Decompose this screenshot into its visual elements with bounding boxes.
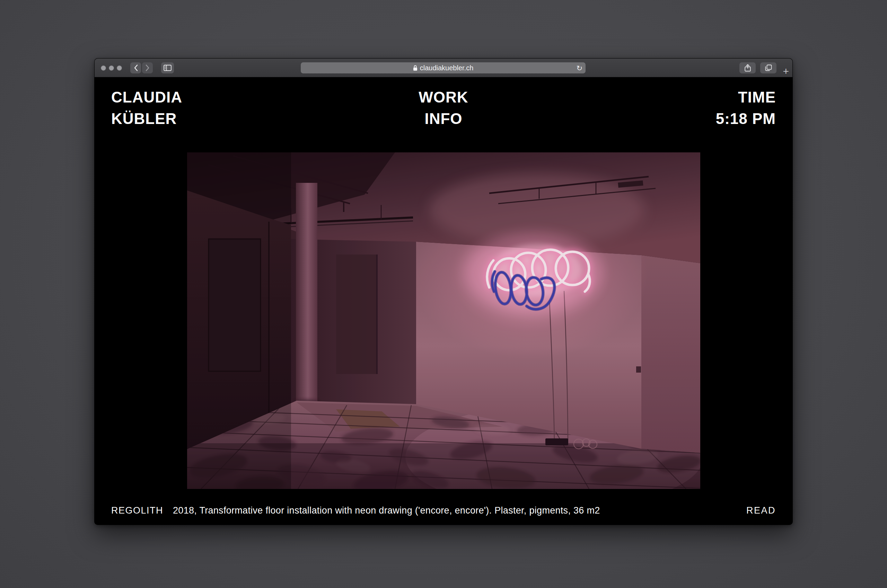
clock-time: 5:18 PM [716,108,776,129]
back-button[interactable] [130,62,141,74]
sidebar-toggle-button[interactable] [161,62,174,74]
reload-button[interactable]: ↻ [576,64,582,72]
clock-block: TIME 5:18 PM [716,87,776,129]
share-button[interactable] [740,62,756,74]
nav-item-info[interactable]: INFO [419,108,468,129]
url-text: claudiakuebler.ch [420,64,474,72]
tab-overview-button[interactable] [760,62,776,74]
artwork-image[interactable] [187,152,700,489]
address-bar[interactable]: claudiakuebler.ch ↻ [301,62,586,74]
tabs-icon [765,64,772,71]
chevron-right-icon [146,64,150,71]
work-description: 2018, Transformative floor installation … [173,504,600,516]
browser-titlebar: claudiakuebler.ch ↻ + [95,58,792,77]
sidebar-icon [164,65,171,71]
caption-bar: REGOLITH 2018, Transformative floor inst… [95,489,792,525]
site-page: CLAUDIA KÜBLER WORK INFO TIME 5:18 PM [95,78,792,525]
figure-wrap [95,152,792,489]
brand-link[interactable]: CLAUDIA KÜBLER [111,87,182,129]
work-title: REGOLITH [111,504,163,516]
browser-window: claudiakuebler.ch ↻ + CLAUDIA KÜBLER [94,58,793,525]
new-tab-button[interactable]: + [783,66,789,76]
artwork-photo [187,152,700,489]
close-button[interactable] [101,66,106,70]
minimize-button[interactable] [109,66,114,70]
main-nav: WORK INFO [419,87,468,129]
nav-item-time[interactable]: TIME [716,87,776,108]
caption-text: REGOLITH 2018, Transformative floor inst… [111,504,600,516]
traffic-lights [101,58,122,77]
read-link[interactable]: READ [746,504,776,516]
zoom-button[interactable] [117,66,122,70]
share-icon [744,64,751,72]
nav-item-work[interactable]: WORK [419,87,468,108]
lock-icon [413,65,418,71]
forward-button[interactable] [142,62,153,74]
chevron-left-icon [134,64,138,71]
brand-line2: KÜBLER [111,108,182,129]
brand-line1: CLAUDIA [111,87,182,108]
site-header: CLAUDIA KÜBLER WORK INFO TIME 5:18 PM [95,78,792,152]
